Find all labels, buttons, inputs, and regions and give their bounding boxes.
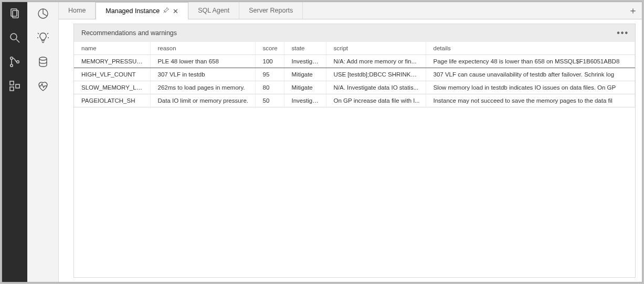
col-header-score[interactable]: score bbox=[255, 42, 284, 55]
table-row[interactable]: SLOW_MEMORY_LOAD 262ms to load pages in … bbox=[74, 81, 635, 94]
svg-point-15 bbox=[39, 57, 47, 60]
health-icon[interactable] bbox=[37, 80, 49, 92]
cell-state: Mitigate bbox=[284, 81, 326, 94]
col-header-name[interactable]: name bbox=[74, 42, 150, 55]
secondary-sidebar bbox=[27, 2, 59, 282]
panel-header: Recommendations and warnings ••• bbox=[74, 24, 635, 42]
tab-managed-instance[interactable]: Managed Instance ✕ bbox=[96, 2, 188, 19]
cell-script: USE [testdb];DBCC SHRINKFIL... bbox=[326, 68, 426, 81]
cell-name: HIGH_VLF_COUNT bbox=[74, 68, 150, 81]
cell-script: On GP increase data file with l... bbox=[326, 94, 426, 107]
cell-score: 50 bbox=[255, 94, 284, 107]
svg-line-12 bbox=[47, 33, 48, 34]
cell-name: PAGEIOLATCH_SH bbox=[74, 94, 150, 107]
add-tab-button[interactable]: ＋ bbox=[624, 2, 642, 19]
tab-label: Home bbox=[68, 7, 86, 14]
table-header-row: name reason score state script details bbox=[74, 42, 635, 55]
svg-line-11 bbox=[38, 33, 39, 34]
cell-score: 95 bbox=[255, 68, 284, 81]
tab-label: Managed Instance bbox=[105, 7, 160, 15]
chart-icon[interactable] bbox=[37, 7, 49, 20]
tab-server-reports[interactable]: Server Reports bbox=[239, 2, 303, 19]
recommendations-panel: Recommendations and warnings ••• name bbox=[73, 24, 636, 278]
table-row[interactable]: HIGH_VLF_COUNT 307 VLF in testdb 95 Miti… bbox=[74, 68, 635, 81]
cell-reason: Data IO limit or memory pressure. bbox=[150, 94, 255, 107]
files-icon[interactable] bbox=[8, 7, 21, 20]
svg-point-5 bbox=[10, 64, 13, 67]
content-pane: Recommendations and warnings ••• name bbox=[59, 19, 642, 282]
svg-point-4 bbox=[10, 57, 13, 60]
table-row[interactable]: PAGEIOLATCH_SH Data IO limit or memory p… bbox=[74, 94, 635, 107]
svg-point-6 bbox=[17, 61, 19, 63]
cell-details: Instance may not succeed to save the mem… bbox=[426, 94, 635, 107]
cell-reason: 307 VLF in testdb bbox=[150, 68, 255, 81]
cell-reason: 262ms to load pages in memory. bbox=[150, 81, 255, 94]
more-actions-icon[interactable]: ••• bbox=[617, 28, 629, 38]
panel-title: Recommendations and warnings bbox=[81, 29, 177, 37]
cell-details: Slow memory load in testdb indicates IO … bbox=[426, 81, 635, 94]
svg-rect-0 bbox=[11, 9, 17, 16]
lightbulb-icon[interactable] bbox=[37, 31, 49, 44]
cell-details: Page life expectency 48 is lower than 65… bbox=[426, 55, 635, 68]
col-header-state[interactable]: state bbox=[284, 42, 326, 55]
cell-reason: PLE 48 lower than 658 bbox=[150, 55, 255, 68]
cell-details: 307 VLF can cause unavailability of test… bbox=[426, 68, 635, 81]
cell-score: 100 bbox=[255, 55, 284, 68]
search-icon[interactable] bbox=[8, 31, 21, 44]
tab-label: Server Reports bbox=[249, 7, 293, 14]
svg-rect-9 bbox=[16, 84, 19, 88]
main-area: Home Managed Instance ✕ SQL Agent Server… bbox=[59, 2, 642, 282]
extensions-icon[interactable] bbox=[8, 80, 21, 92]
cell-name: SLOW_MEMORY_LOAD bbox=[74, 81, 150, 94]
recommendations-table: name reason score state script details M… bbox=[74, 42, 635, 107]
cell-state: Investigate bbox=[284, 55, 326, 68]
source-control-icon[interactable] bbox=[8, 56, 21, 68]
col-header-details[interactable]: details bbox=[426, 42, 635, 55]
svg-line-3 bbox=[16, 39, 19, 42]
cell-script: N/A. Investigate data IO statis... bbox=[326, 81, 426, 94]
tab-home[interactable]: Home bbox=[59, 2, 96, 19]
svg-point-2 bbox=[10, 34, 17, 40]
svg-rect-7 bbox=[10, 81, 14, 85]
activity-bar bbox=[2, 2, 27, 282]
close-icon[interactable]: ✕ bbox=[173, 7, 178, 15]
cell-script: N/A: Add more memory or fin... bbox=[326, 55, 426, 68]
col-header-script[interactable]: script bbox=[326, 42, 426, 55]
editor-tabs: Home Managed Instance ✕ SQL Agent Server… bbox=[59, 2, 642, 19]
cell-state: Investigate bbox=[284, 94, 326, 107]
svg-rect-8 bbox=[10, 87, 14, 91]
table-body: MEMORY_PRESSURE PLE 48 lower than 658 10… bbox=[74, 55, 635, 107]
cell-name: MEMORY_PRESSURE bbox=[74, 55, 150, 68]
pin-icon[interactable] bbox=[163, 7, 170, 15]
col-header-reason[interactable]: reason bbox=[150, 42, 255, 55]
cell-score: 80 bbox=[255, 81, 284, 94]
cell-state: Mitigate bbox=[284, 68, 326, 81]
table-row[interactable]: MEMORY_PRESSURE PLE 48 lower than 658 10… bbox=[74, 55, 635, 68]
tab-label: SQL Agent bbox=[198, 7, 229, 14]
tab-sql-agent[interactable]: SQL Agent bbox=[188, 2, 239, 19]
svg-rect-1 bbox=[13, 10, 18, 18]
database-icon[interactable] bbox=[37, 56, 49, 68]
